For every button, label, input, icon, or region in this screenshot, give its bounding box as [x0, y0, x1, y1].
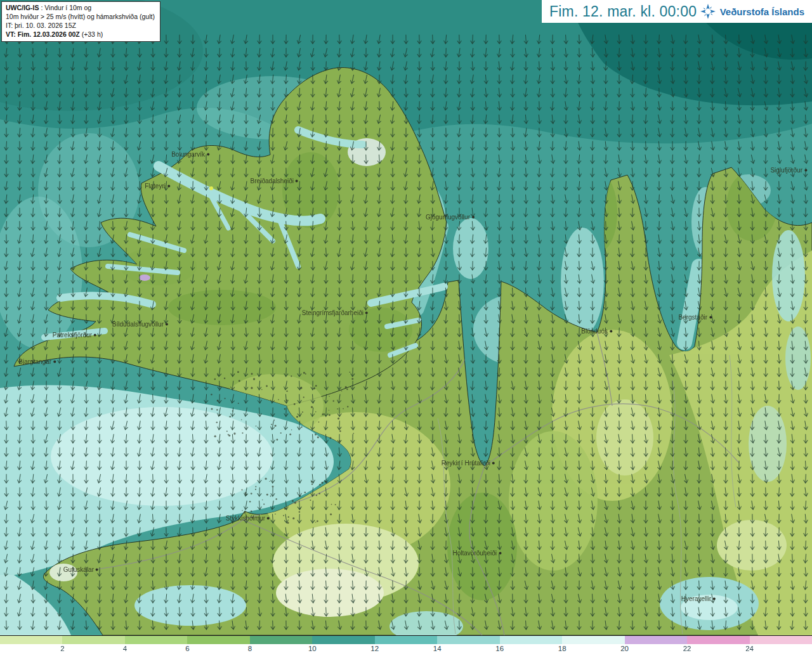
- legend-segment: [250, 636, 312, 644]
- brand-name: Veðurstofa Íslands: [720, 6, 804, 17]
- weather-map-page: BolungarvíkFlateyriBreiðadalsheiðiGjögur…: [0, 0, 812, 653]
- model-id: UWC/IG-IS: [6, 4, 39, 11]
- info-line-title: UWC/IG-IS : Vindur í 10m og: [6, 4, 155, 13]
- legend-segment: [437, 636, 499, 644]
- legend-tick: 8: [248, 644, 252, 653]
- legend-segment: [125, 636, 187, 644]
- legend-color-band: [0, 635, 812, 644]
- legend-tick-labels: 24681012141618202224: [0, 644, 812, 653]
- legend-segment: [500, 636, 562, 644]
- legend-tick: 16: [495, 644, 504, 653]
- legend-tick: 4: [123, 644, 127, 653]
- forecast-info-box: UWC/IG-IS : Vindur í 10m og 10m hviður >…: [1, 1, 160, 42]
- vedurstofa-logo-icon: [700, 3, 716, 20]
- wind-forecast-map: [0, 0, 812, 635]
- legend-tick: 10: [308, 644, 317, 653]
- valid-time-header: Fim. 12. mar. kl. 00:00 Veðurstofa Íslan…: [542, 0, 812, 23]
- legend-segment: [625, 636, 687, 644]
- valid-time: Fim. 12. mar. kl. 00:00: [549, 3, 697, 20]
- legend-segment: [187, 636, 249, 644]
- legend-tick: 14: [433, 644, 442, 653]
- legend-tick: 18: [558, 644, 566, 653]
- legend-segment: [312, 636, 374, 644]
- info-line-params: 10m hviður > 25 m/s (hvítt) og hámarkshv…: [6, 13, 155, 22]
- info-line-valid-time: VT: Fim. 12.03.2026 00Z (+33 h): [6, 30, 155, 39]
- legend-segment: [750, 636, 812, 644]
- legend-tick: 24: [745, 644, 754, 653]
- max-gust-marker-lilac: [139, 275, 150, 281]
- legend-segment: [0, 636, 62, 644]
- legend-tick: 12: [370, 644, 379, 653]
- max-gust-marker-yellow: [209, 186, 213, 190]
- legend-segment: [62, 636, 124, 644]
- brand: Veðurstofa Íslands: [700, 3, 804, 20]
- info-line-init-time: IT: þri. 10. 03. 2026 15Z: [6, 22, 155, 30]
- legend-tick: 6: [185, 644, 189, 653]
- legend-segment: [562, 636, 624, 644]
- legend-segment: [375, 636, 437, 644]
- legend-tick: 20: [620, 644, 629, 653]
- wind-speed-legend: 24681012141618202224: [0, 635, 812, 653]
- legend-segment: [687, 636, 749, 644]
- legend-tick: 2: [60, 644, 64, 653]
- legend-tick: 22: [683, 644, 691, 653]
